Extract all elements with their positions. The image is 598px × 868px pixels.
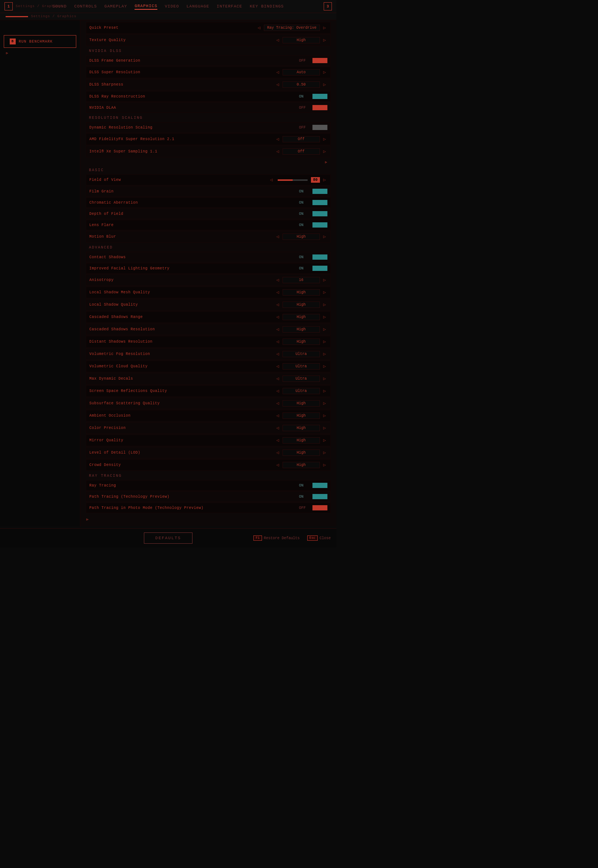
mirror-quality-right-arrow[interactable]: ▷ <box>322 438 327 443</box>
cascaded-shadows-res-left-arrow[interactable]: ◁ <box>275 327 281 332</box>
path-tracing-toggle[interactable] <box>312 494 327 499</box>
distant-shadows-res-left-arrow[interactable]: ◁ <box>275 339 281 345</box>
color-precision-left-arrow[interactable]: ◁ <box>275 425 281 431</box>
tab-interface[interactable]: Interface <box>217 3 242 9</box>
restore-key-badge: F1 <box>253 535 262 541</box>
dlss-sharpness-control: ◁ 0.50 ▷ <box>275 81 327 88</box>
subsurface-scattering-value: High <box>283 400 320 406</box>
film-grain-label: Film Grain <box>89 190 299 194</box>
chromatic-aberration-toggle[interactable] <box>312 200 327 205</box>
motion-blur-left-arrow[interactable]: ◁ <box>275 234 281 239</box>
lens-flare-control: ON <box>299 222 327 227</box>
dlss-super-res-control: ◁ Auto ▷ <box>275 69 327 75</box>
subsurface-scattering-left-arrow[interactable]: ◁ <box>275 400 281 406</box>
fov-slider-track[interactable] <box>278 179 308 181</box>
tab-language[interactable]: Language <box>187 3 209 9</box>
nvidia-dlaa-toggle[interactable] <box>312 105 327 110</box>
lens-flare-toggle[interactable] <box>312 222 327 227</box>
fov-right-arrow[interactable]: ▷ <box>322 177 327 183</box>
sidebar-spacer <box>4 24 76 35</box>
anisotropy-value: 16 <box>283 277 320 283</box>
subtitle-left: Settings / Graphics <box>16 4 61 8</box>
mirror-quality-left-arrow[interactable]: ◁ <box>275 438 281 443</box>
intel-xe-left-arrow[interactable]: ◁ <box>275 149 281 154</box>
screen-space-reflections-left-arrow[interactable]: ◁ <box>275 388 281 394</box>
amd-fsr-left-arrow[interactable]: ◁ <box>275 136 281 142</box>
badge-right: 3 <box>324 2 332 10</box>
volumetric-fog-res-right-arrow[interactable]: ▷ <box>322 351 327 357</box>
subsurface-scattering-label: Subsurface Scattering Quality <box>89 401 275 405</box>
path-tracing-photo-row: Path Tracing in Photo Mode (Technology P… <box>86 503 331 513</box>
level-of-detail-left-arrow[interactable]: ◁ <box>275 450 281 456</box>
motion-blur-row: Motion Blur ◁ High ▷ <box>86 231 331 242</box>
anisotropy-right-arrow[interactable]: ▷ <box>322 277 327 283</box>
path-tracing-photo-toggle[interactable] <box>312 505 327 510</box>
screen-space-reflections-control: ◁ Ultra ▷ <box>275 388 327 394</box>
max-dynamic-decals-right-arrow[interactable]: ▷ <box>322 376 327 381</box>
film-grain-toggle[interactable] <box>312 189 327 194</box>
volumetric-cloud-quality-right-arrow[interactable]: ▷ <box>322 363 327 369</box>
dynamic-res-scaling-control: OFF <box>299 125 327 130</box>
quick-preset-right-arrow[interactable]: ▷ <box>322 25 327 31</box>
contact-shadows-control: ON <box>299 254 327 260</box>
dlss-ray-reconstruction-value: ON <box>299 94 309 99</box>
dlss-frame-gen-toggle[interactable] <box>312 58 327 63</box>
dlss-super-res-right-arrow[interactable]: ▷ <box>322 70 327 75</box>
anisotropy-row: Anisotropy ◁ 16 ▷ <box>86 274 331 286</box>
mirror-quality-label: Mirror Quality <box>89 438 275 442</box>
quick-preset-left-arrow[interactable]: ◁ <box>256 25 262 31</box>
close-action[interactable]: Esc Close <box>307 535 331 541</box>
color-precision-right-arrow[interactable]: ▷ <box>322 425 327 431</box>
dlss-super-res-left-arrow[interactable]: ◁ <box>275 70 281 75</box>
run-benchmark-button[interactable]: B Run Benchmark <box>4 35 76 48</box>
bottom-right-actions: F1 Restore Defaults Esc Close <box>193 535 331 541</box>
max-dynamic-decals-left-arrow[interactable]: ◁ <box>275 376 281 381</box>
dynamic-res-scaling-toggle[interactable] <box>312 125 327 130</box>
motion-blur-right-arrow[interactable]: ▷ <box>322 234 327 239</box>
amd-fsr-right-arrow[interactable]: ▷ <box>322 136 327 142</box>
ray-tracing-control: ON <box>299 483 327 488</box>
crowd-density-right-arrow[interactable]: ▷ <box>322 462 327 468</box>
contact-shadows-toggle[interactable] <box>312 254 327 260</box>
volumetric-fog-res-left-arrow[interactable]: ◁ <box>275 351 281 357</box>
ambient-occlusion-left-arrow[interactable]: ◁ <box>275 413 281 418</box>
cascaded-shadows-range-left-arrow[interactable]: ◁ <box>275 314 281 320</box>
depth-of-field-toggle[interactable] <box>312 211 327 217</box>
crowd-density-label: Crowd Density <box>89 463 275 467</box>
local-shadow-quality-right-arrow[interactable]: ▷ <box>322 302 327 308</box>
level-of-detail-right-arrow[interactable]: ▷ <box>322 450 327 456</box>
path-tracing-row: Path Tracing (Technology Preview) ON <box>86 492 331 502</box>
anisotropy-left-arrow[interactable]: ◁ <box>275 277 281 283</box>
defaults-button[interactable]: Defaults <box>144 532 193 544</box>
tab-controls[interactable]: Controls <box>75 3 97 9</box>
tab-video[interactable]: Video <box>165 3 179 9</box>
path-tracing-photo-label: Path Tracing in Photo Mode (Technology P… <box>89 506 299 510</box>
dlss-frame-gen-row: DLSS Frame Generation OFF <box>86 55 331 66</box>
texture-quality-left-arrow[interactable]: ◁ <box>275 37 281 43</box>
ray-tracing-toggle[interactable] <box>312 483 327 488</box>
cascaded-shadows-range-right-arrow[interactable]: ▷ <box>322 314 327 320</box>
contact-shadows-row: Contact Shadows ON <box>86 252 331 262</box>
cascaded-shadows-res-right-arrow[interactable]: ▷ <box>322 327 327 332</box>
tab-gameplay[interactable]: Gameplay <box>104 3 127 9</box>
texture-quality-right-arrow[interactable]: ▷ <box>322 37 327 43</box>
screen-space-reflections-right-arrow[interactable]: ▷ <box>322 388 327 394</box>
dlss-sharpness-right-arrow[interactable]: ▷ <box>322 82 327 87</box>
intel-xe-right-arrow[interactable]: ▷ <box>322 149 327 154</box>
subsurface-scattering-right-arrow[interactable]: ▷ <box>322 400 327 406</box>
restore-defaults-action[interactable]: F1 Restore Defaults <box>253 535 300 541</box>
volumetric-cloud-quality-left-arrow[interactable]: ◁ <box>275 363 281 369</box>
dlss-sharpness-left-arrow[interactable]: ◁ <box>275 82 281 87</box>
tab-keybindings[interactable]: Key Bindings <box>250 3 284 9</box>
ray-tracing-row: Ray Tracing ON <box>86 480 331 491</box>
local-shadow-mesh-left-arrow[interactable]: ◁ <box>275 290 281 295</box>
distant-shadows-res-right-arrow[interactable]: ▷ <box>322 339 327 345</box>
tab-graphics[interactable]: Graphics <box>135 3 157 10</box>
local-shadow-mesh-right-arrow[interactable]: ▷ <box>322 290 327 295</box>
ambient-occlusion-right-arrow[interactable]: ▷ <box>322 413 327 418</box>
fov-left-arrow[interactable]: ◁ <box>269 177 274 183</box>
dlss-ray-reconstruction-toggle[interactable] <box>312 94 327 99</box>
local-shadow-quality-left-arrow[interactable]: ◁ <box>275 302 281 308</box>
crowd-density-left-arrow[interactable]: ◁ <box>275 462 281 468</box>
improved-facial-toggle[interactable] <box>312 266 327 271</box>
